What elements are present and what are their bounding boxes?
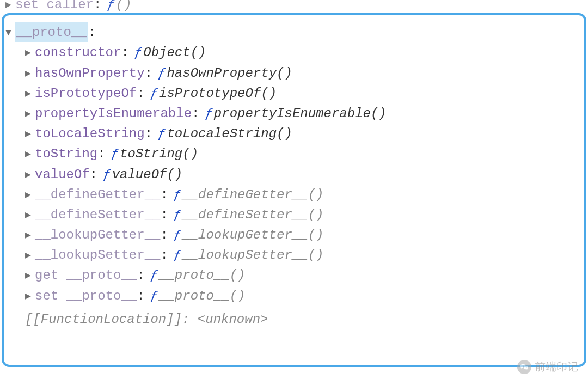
wechat-icon bbox=[517, 360, 531, 374]
expand-arrow-icon[interactable]: ▶ bbox=[25, 66, 35, 82]
colon: : bbox=[90, 164, 97, 185]
function-name: __lookupGetter__() bbox=[182, 225, 323, 245]
function-f-glyph: ƒ bbox=[97, 164, 112, 185]
property-row[interactable]: ▶hasOwnProperty:ƒhasOwnProperty() bbox=[5, 63, 588, 83]
function-f-glyph: ƒ bbox=[168, 185, 182, 205]
partial-row-bottom[interactable]: [[FunctionLocation]]: <unknown> bbox=[5, 309, 588, 329]
partial-row-top[interactable]: ▶ set caller : ƒ () bbox=[5, 0, 588, 15]
property-row[interactable]: ▶isPrototypeOf:ƒisPrototypeOf() bbox=[5, 83, 588, 103]
colon: : bbox=[192, 103, 199, 124]
function-f-glyph: ƒ bbox=[168, 225, 182, 245]
function-name: isPrototypeOf() bbox=[159, 83, 277, 103]
property-name: __lookupGetter__ bbox=[35, 225, 160, 245]
property-row[interactable]: ▶__defineSetter__:ƒ__defineSetter__() bbox=[5, 205, 588, 225]
colon: : bbox=[121, 42, 128, 63]
expand-arrow-icon[interactable]: ▶ bbox=[25, 208, 35, 223]
expand-arrow-icon[interactable]: ▶ bbox=[25, 248, 35, 264]
colon: : bbox=[137, 265, 144, 285]
function-name: propertyIsEnumerable() bbox=[214, 103, 387, 124]
property-name: toString bbox=[35, 144, 97, 164]
watermark-label: 前端印记 bbox=[535, 359, 578, 374]
function-name: __proto__() bbox=[159, 265, 245, 285]
function-name: toLocaleString() bbox=[167, 124, 292, 144]
function-f-glyph: ƒ bbox=[152, 124, 167, 144]
property-row[interactable]: ▶toLocaleString:ƒtoLocaleString() bbox=[5, 124, 588, 144]
property-name: toLocaleString bbox=[35, 124, 145, 144]
expand-arrow-icon[interactable]: ▶ bbox=[25, 168, 35, 183]
property-name: constructor bbox=[35, 42, 121, 63]
colon: : bbox=[88, 22, 96, 42]
function-name: toString() bbox=[120, 144, 198, 164]
expand-arrow-icon[interactable]: ▶ bbox=[25, 188, 35, 203]
function-f-glyph: ƒ bbox=[168, 245, 182, 265]
partial-bottom-text: [[FunctionLocation]]: <unknown> bbox=[25, 309, 268, 329]
function-name: valueOf() bbox=[112, 164, 183, 185]
expand-arrow-icon[interactable]: ▶ bbox=[25, 107, 35, 122]
property-name: __lookupSetter__ bbox=[35, 245, 160, 265]
function-name: __defineGetter__() bbox=[182, 185, 323, 205]
property-row[interactable]: ▶get __proto__:ƒ__proto__() bbox=[5, 265, 588, 285]
colon: : bbox=[160, 205, 168, 225]
colon: : bbox=[145, 124, 152, 144]
expand-arrow-icon[interactable]: ▶ bbox=[25, 147, 35, 162]
function-f-glyph: ƒ bbox=[129, 42, 143, 63]
function-name: __proto__() bbox=[159, 286, 245, 306]
function-f-glyph: ƒ bbox=[145, 83, 159, 103]
expand-arrow-icon[interactable]: ▶ bbox=[25, 87, 35, 102]
function-f-glyph: ƒ bbox=[106, 144, 120, 164]
property-row[interactable]: ▶propertyIsEnumerable:ƒpropertyIsEnumera… bbox=[5, 103, 588, 124]
colon: : bbox=[145, 63, 152, 83]
collapse-arrow-icon[interactable]: ▼ bbox=[5, 26, 15, 41]
property-row[interactable]: ▶toString:ƒtoString() bbox=[5, 144, 588, 164]
function-f-glyph: ƒ bbox=[101, 0, 115, 15]
property-name: __defineGetter__ bbox=[35, 185, 160, 205]
function-f-glyph: ƒ bbox=[145, 265, 159, 285]
expand-arrow-icon[interactable]: ▶ bbox=[5, 0, 15, 13]
property-row[interactable]: ▶__defineGetter__:ƒ__defineGetter__() bbox=[5, 185, 588, 205]
expand-arrow-icon[interactable]: ▶ bbox=[25, 289, 35, 304]
property-row[interactable]: ▶valueOf:ƒvalueOf() bbox=[5, 164, 588, 185]
property-name: isPrototypeOf bbox=[35, 83, 137, 103]
expand-arrow-icon[interactable]: ▶ bbox=[25, 268, 35, 284]
function-name: __lookupSetter__() bbox=[182, 245, 323, 265]
expand-arrow-icon[interactable]: ▶ bbox=[25, 127, 35, 142]
property-name: get __proto__ bbox=[35, 265, 137, 285]
object-tree: ▶ set caller : ƒ () ▼ __proto__ : ▶const… bbox=[0, 0, 588, 326]
function-f-glyph: ƒ bbox=[152, 63, 167, 83]
property-name: __defineSetter__ bbox=[35, 205, 160, 225]
property-row[interactable]: ▶constructor:ƒObject() bbox=[5, 42, 588, 63]
property-row[interactable]: ▶__lookupGetter__:ƒ__lookupGetter__() bbox=[5, 225, 588, 245]
proto-children: ▶constructor:ƒObject()▶hasOwnProperty:ƒh… bbox=[5, 42, 588, 305]
proto-header-row[interactable]: ▼ __proto__ : bbox=[5, 22, 588, 42]
property-row[interactable]: ▶__lookupSetter__:ƒ__lookupSetter__() bbox=[5, 245, 588, 265]
colon: : bbox=[97, 144, 105, 164]
property-name: hasOwnProperty bbox=[35, 63, 145, 83]
function-f-glyph: ƒ bbox=[199, 103, 213, 124]
property-name-proto: __proto__ bbox=[15, 22, 88, 42]
function-f-glyph: ƒ bbox=[145, 286, 159, 306]
function-name: hasOwnProperty() bbox=[167, 63, 292, 83]
colon: : bbox=[137, 83, 144, 103]
function-name: __defineSetter__() bbox=[182, 205, 323, 225]
colon: : bbox=[160, 185, 168, 205]
watermark: 前端印记 bbox=[517, 359, 578, 374]
property-name: valueOf bbox=[35, 164, 90, 185]
colon: : bbox=[94, 0, 101, 15]
colon: : bbox=[137, 286, 144, 306]
colon: : bbox=[160, 225, 168, 245]
expand-arrow-icon[interactable]: ▶ bbox=[25, 46, 35, 61]
expand-arrow-icon[interactable]: ▶ bbox=[25, 228, 35, 243]
property-row[interactable]: ▶set __proto__:ƒ__proto__() bbox=[5, 286, 588, 306]
function-f-glyph: ƒ bbox=[168, 205, 182, 225]
colon: : bbox=[160, 245, 168, 265]
function-name: () bbox=[116, 0, 132, 15]
function-name: Object() bbox=[143, 42, 206, 63]
property-name: set __proto__ bbox=[35, 286, 137, 306]
property-name: set caller bbox=[15, 0, 94, 15]
property-name: propertyIsEnumerable bbox=[35, 103, 192, 124]
